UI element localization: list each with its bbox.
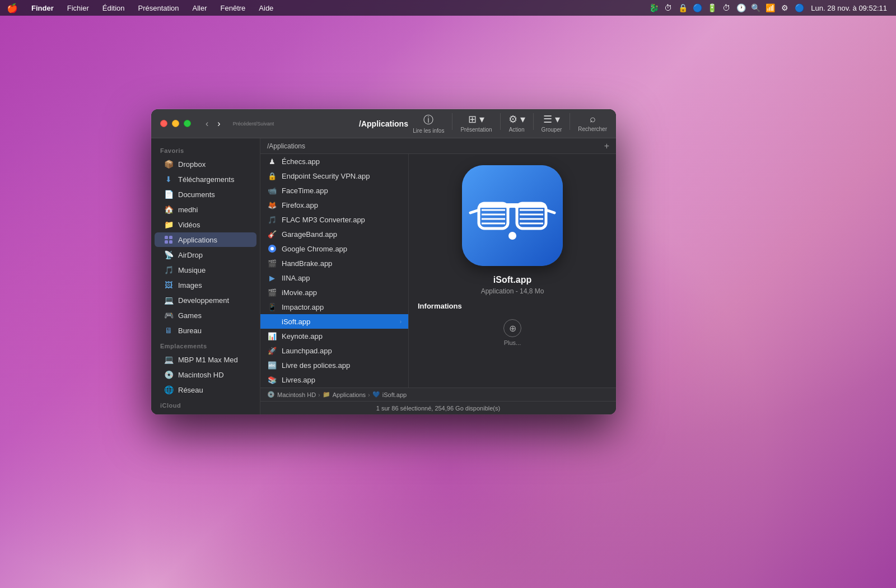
pathbar-applications-label: Applications: [333, 391, 366, 398]
pathbar-isoft[interactable]: 💙 iSoft.app: [372, 391, 407, 398]
file-item-iina[interactable]: ▶ IINA.app: [260, 270, 408, 285]
games-label: Games: [178, 311, 202, 320]
games-icon: 🎮: [164, 310, 174, 320]
file-item-firefox[interactable]: 🦊 Firefox.app: [260, 198, 408, 212]
images-icon: 🖼: [164, 280, 174, 290]
battery-icon[interactable]: 🔋: [707, 3, 717, 13]
pathbar-applications[interactable]: 📁 Applications: [323, 391, 366, 398]
sidebar-item-videos[interactable]: 📁 Vidéos: [155, 217, 256, 232]
impactor-icon: 📱: [267, 302, 277, 312]
screentime-icon[interactable]: ⏱: [663, 3, 673, 13]
svg-point-5: [270, 247, 274, 250]
svg-point-21: [508, 232, 516, 240]
menubar-fenetre[interactable]: Fenêtre: [218, 3, 248, 13]
chrome-name: Google Chrome.app: [282, 245, 347, 253]
main-area: /Applications + ♟ Échecs.app 🔒 Endpoint …: [260, 138, 616, 414]
minimize-button[interactable]: [172, 120, 179, 127]
sidebar-item-games[interactable]: 🎮 Games: [155, 308, 256, 323]
menubar-finder[interactable]: Finder: [29, 3, 56, 13]
sidebar-item-developpement[interactable]: 💻 Developpement: [155, 293, 256, 307]
time-machine-icon[interactable]: 🕐: [736, 3, 746, 13]
pathbar-macintosh-icon: 💿: [267, 391, 275, 398]
forward-button[interactable]: ›: [214, 117, 223, 130]
file-item-garageband[interactable]: 🎸 GarageBand.app: [260, 227, 408, 241]
file-item-launchpad[interactable]: 🚀 Launchpad.app: [260, 343, 408, 358]
imovie-icon: 🎬: [267, 287, 277, 297]
sidebar-item-downloads[interactable]: ⬇ Téléchargements: [155, 172, 256, 186]
isoft-name: iSoft.app: [282, 318, 310, 326]
videos-icon: 📁: [164, 220, 174, 230]
pathbar-folder-icon: 📁: [323, 391, 330, 398]
sidebar-item-reseau[interactable]: 🌐 Réseau: [155, 382, 256, 397]
developpement-label: Developpement: [178, 296, 229, 305]
file-item-isoft[interactable]: iSoft.app ›: [260, 314, 408, 329]
svg-rect-2: [165, 240, 168, 244]
file-item-facetime[interactable]: 📹 FaceTime.app: [260, 183, 408, 198]
info-button[interactable]: ⓘ Lire les infos: [413, 113, 444, 134]
wifi-icon[interactable]: 📶: [765, 3, 775, 13]
group-button[interactable]: ☰ ▾ Grouper: [542, 113, 562, 134]
file-item-endpoint[interactable]: 🔒 Endpoint Security VPN.app: [260, 169, 408, 183]
flac-icon: 🎵: [267, 214, 277, 225]
file-list: ♟ Échecs.app 🔒 Endpoint Security VPN.app…: [260, 154, 409, 388]
file-item-chrome[interactable]: Google Chrome.app: [260, 241, 408, 256]
sidebar-item-musique[interactable]: 🎵 Musique: [155, 263, 256, 277]
dropbox-menubar-icon[interactable]: 🐉: [648, 3, 659, 13]
sidebar-item-applications[interactable]: Applications: [155, 232, 256, 247]
menubar-edition[interactable]: Édition: [100, 3, 127, 13]
sidebar-item-macintosh-hd[interactable]: 💿 Macintosh HD: [155, 367, 256, 382]
presentation-button[interactable]: ⊞ ▾ Présentation: [460, 113, 492, 134]
file-item-echecs[interactable]: ♟ Échecs.app: [260, 154, 408, 169]
file-item-font-book[interactable]: 🔤 Livre des polices.app: [260, 358, 408, 372]
preview-more-button[interactable]: ⊕ Plus...: [503, 319, 521, 346]
sidebar-item-airdrop[interactable]: 📡 AirDrop: [155, 248, 256, 262]
preview-app-meta: Application - 14,8 Mo: [481, 287, 544, 295]
file-item-imovie[interactable]: 🎬 iMovie.app: [260, 285, 408, 300]
action-button[interactable]: ⚙ ▾ Action: [508, 113, 525, 134]
controlcenter-icon[interactable]: ⚙: [780, 3, 790, 13]
echecs-icon: ♟: [267, 156, 277, 166]
menubar-fichier[interactable]: Fichier: [65, 3, 91, 13]
documents-label: Documents: [178, 190, 215, 199]
file-item-flac[interactable]: 🎵 FLAC MP3 Converter.app: [260, 212, 408, 227]
search-button[interactable]: ⌕ Rechercher: [578, 113, 607, 134]
siri-icon[interactable]: 🔵: [794, 3, 804, 13]
vpn-icon[interactable]: 🔒: [678, 3, 688, 13]
pathbar-isoft-icon: 💙: [372, 391, 380, 398]
clock-menu-icon[interactable]: ⏱: [721, 3, 731, 13]
images-label: Images: [178, 281, 202, 290]
more-circle-icon: ⊕: [503, 319, 521, 337]
sidebar-item-medhi[interactable]: 🏠 medhi: [155, 202, 256, 217]
icloud-section-label: iCloud: [151, 398, 260, 411]
sidebar-item-dropbox[interactable]: 📦 Dropbox: [155, 157, 256, 171]
file-item-handbrake[interactable]: 🎬 HandBrake.app: [260, 256, 408, 270]
file-item-impactor[interactable]: 📱 Impactor.app: [260, 300, 408, 314]
bluetooth-icon[interactable]: 🔵: [692, 3, 702, 13]
fontbook-name: Livre des polices.app: [282, 361, 350, 370]
maximize-button[interactable]: [184, 120, 191, 127]
pathbar-sep-2: ›: [368, 391, 370, 398]
file-item-livres[interactable]: 📚 Livres.app: [260, 372, 408, 387]
file-item-keynote[interactable]: 📊 Keynote.app: [260, 329, 408, 343]
facetime-icon: 📹: [267, 185, 277, 195]
preview-app-name: iSoft.app: [493, 275, 531, 285]
sidebar-item-bureau[interactable]: 🖥 Bureau: [155, 323, 256, 338]
sidebar-item-images[interactable]: 🖼 Images: [155, 278, 256, 292]
medhi-label: medhi: [178, 206, 198, 214]
search-menubar-icon[interactable]: 🔍: [750, 3, 760, 13]
finder-window: ‹ › Précédent/Suivant /Applications ⓘ Li…: [151, 109, 616, 414]
preview-info-title: Informations: [418, 302, 462, 310]
menubar-presentation[interactable]: Présentation: [136, 3, 181, 13]
menubar-aide[interactable]: Aide: [256, 3, 276, 13]
menubar-aller[interactable]: Aller: [190, 3, 209, 13]
apple-menu-icon[interactable]: 🍎: [7, 3, 18, 13]
add-button[interactable]: +: [604, 141, 609, 151]
close-button[interactable]: [160, 120, 167, 127]
videos-label: Vidéos: [178, 221, 200, 229]
back-button[interactable]: ‹: [202, 117, 212, 130]
sidebar-item-icloud-drive[interactable]: ☁ iCloud Drive: [155, 412, 256, 414]
sidebar-item-documents[interactable]: 📄 Documents: [155, 187, 256, 202]
sidebar-item-mbp[interactable]: 💻 MBP M1 Max Med: [155, 352, 256, 367]
pathbar-macintosh[interactable]: 💿 Macintosh HD: [267, 391, 316, 398]
launchpad-name: Launchpad.app: [282, 347, 332, 355]
